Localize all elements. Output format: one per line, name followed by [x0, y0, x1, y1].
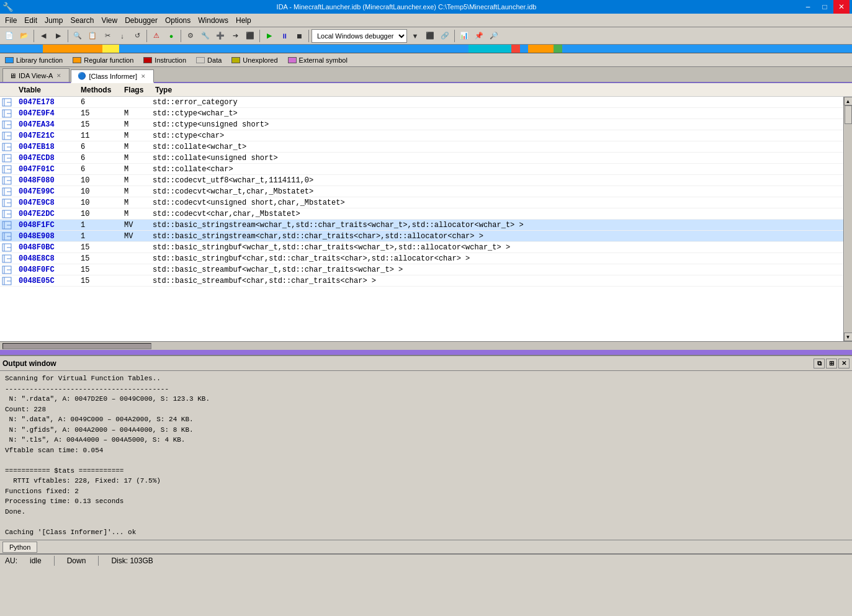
table-row[interactable]: 0047E99C10Mstd::codecvt<wchar_t,char,_Mb… [0, 186, 843, 197]
table-row[interactable]: 0047E9C810Mstd::codecvt<unsigned short,c… [0, 197, 843, 208]
legend-data: Data [196, 56, 222, 64]
row-flags: M [119, 187, 150, 196]
row-flags: M [119, 143, 150, 151]
row-icon [0, 199, 14, 207]
class-informer-tab-close[interactable]: ✕ [140, 73, 147, 80]
tb8[interactable]: ⚠ [150, 29, 163, 43]
row-flags: M [119, 165, 150, 174]
menu-help[interactable]: Help [232, 15, 255, 26]
minimize-button[interactable]: – [800, 0, 816, 14]
tb5[interactable]: ✂ [101, 29, 114, 43]
table-row[interactable]: 0048F1FC1MVstd::basic_stringstream<wchar… [0, 220, 843, 231]
table-row[interactable]: 0047ECD86Mstd::collate<unsigned short> [0, 153, 843, 164]
menu-windows[interactable]: Windows [194, 15, 232, 26]
legend-regular-label: Regular function [84, 56, 133, 64]
scroll-down-arrow[interactable]: ▼ [844, 333, 853, 341]
menu-view[interactable]: View [97, 15, 121, 26]
tb13[interactable]: ➔ [228, 29, 242, 43]
row-flags: M [119, 199, 150, 207]
new-button[interactable]: 📄 [2, 29, 16, 43]
main-area: Vtable Methods Flags Type 0047E1786std::… [0, 83, 852, 350]
scroll-up-arrow[interactable]: ▲ [844, 97, 853, 105]
tb6[interactable]: ↓ [115, 29, 129, 43]
play-button[interactable]: ▶ [262, 29, 276, 43]
python-button[interactable]: Python [2, 542, 37, 553]
maximize-button[interactable]: □ [817, 0, 833, 14]
table-row[interactable]: 0047F01C6Mstd::collate<char> [0, 164, 843, 175]
row-icon [0, 109, 14, 118]
row-vtable: 0047F01C [14, 165, 76, 174]
table-row[interactable]: 0048E05C15std::basic_streambuf<char,std:… [0, 275, 843, 287]
row-methods: 10 [76, 210, 119, 218]
menu-file[interactable]: File [1, 15, 20, 26]
table-row[interactable]: 0047E9F415Mstd::ctype<wchar_t> [0, 108, 843, 119]
tb14[interactable]: ⬛ [243, 29, 257, 43]
menu-edit[interactable]: Edit [20, 15, 41, 26]
table-row[interactable]: 0047EA3415Mstd::ctype<unsigned short> [0, 119, 843, 130]
menu-jump[interactable]: Jump [41, 15, 66, 26]
ida-view-tab[interactable]: 🖥 IDA View-A ✕ [2, 68, 70, 82]
menu-options[interactable]: Options [161, 15, 194, 26]
output-detach-button[interactable]: ⊞ [826, 359, 837, 368]
dbg-btn2[interactable]: ⬛ [423, 29, 437, 43]
row-type: std::basic_stringbuf<char,std::char_trai… [150, 254, 843, 263]
dbg-btn1[interactable]: ▼ [408, 29, 422, 43]
row-vtable: 0047E99C [14, 187, 76, 196]
scroll-track[interactable] [845, 105, 852, 333]
tb9[interactable]: ● [164, 29, 178, 43]
data-table[interactable]: 0047E1786std::error_category0047E9F415Ms… [0, 97, 843, 341]
dbg-btn5[interactable]: 📌 [472, 29, 486, 43]
row-methods: 6 [76, 143, 119, 151]
scroll-thumb[interactable] [845, 105, 852, 124]
legend-library-box [5, 57, 14, 63]
table-row[interactable]: 0047E2DC10Mstd::codecvt<char,char,_Mbsta… [0, 208, 843, 220]
h-scrollbar[interactable] [2, 343, 151, 349]
stop-button[interactable]: ⏹ [292, 29, 306, 43]
forward-button[interactable]: ▶ [52, 29, 65, 43]
dbg-btn3[interactable]: 🔗 [438, 29, 452, 43]
tb3[interactable]: 🔍 [71, 29, 84, 43]
tb7[interactable]: ↺ [130, 29, 144, 43]
table-row[interactable]: 0048F08010Mstd::codecvt_utf8<wchar_t,111… [0, 175, 843, 186]
output-title: Output window [2, 359, 56, 368]
methods-col-header: Methods [76, 84, 119, 96]
au-status: idle [30, 556, 42, 565]
output-close-button[interactable]: ✕ [838, 359, 850, 368]
legend-bar: Library function Regular function Instru… [0, 53, 852, 67]
tb10[interactable]: ⚙ [184, 29, 197, 43]
dbg-btn4[interactable]: 📊 [457, 29, 471, 43]
menu-debugger[interactable]: Debugger [121, 15, 161, 26]
right-scrollbar[interactable]: ▲ ▼ [843, 97, 852, 341]
table-row[interactable]: 0047EB186Mstd::collate<wchar_t> [0, 141, 843, 153]
tb4[interactable]: 📋 [86, 29, 99, 43]
table-row[interactable]: 0047E1786std::error_category [0, 97, 843, 108]
table-row[interactable]: 0048F0FC15std::basic_streambuf<wchar_t,s… [0, 264, 843, 275]
row-icon [0, 187, 14, 196]
ida-view-tab-close[interactable]: ✕ [55, 72, 63, 79]
table-row[interactable]: 0048F0BC15std::basic_stringbuf<wchar_t,s… [0, 242, 843, 253]
output-header: Output window ⧉ ⊞ ✕ [0, 356, 852, 371]
row-methods: 15 [76, 266, 119, 274]
tb11[interactable]: 🔧 [199, 29, 212, 43]
legend-instruction-box [143, 57, 152, 63]
table-row[interactable]: 0048E9081MVstd::basic_stringstream<char,… [0, 231, 843, 242]
row-type: std::codecvt<char,char,_Mbstatet> [150, 210, 843, 218]
sep5 [259, 30, 260, 42]
tb12[interactable]: ➕ [213, 29, 227, 43]
table-row[interactable]: 0048E8C815std::basic_stringbuf<char,std:… [0, 253, 843, 264]
class-informer-tab[interactable]: 🔵 [Class Informer] ✕ [71, 69, 154, 83]
dbg-btn6[interactable]: 🔎 [487, 29, 501, 43]
menu-search[interactable]: Search [66, 15, 97, 26]
toolbar1: 📄 📂 ◀ ▶ 🔍 📋 ✂ ↓ ↺ ⚠ ● ⚙ 🔧 ➕ ➔ ⬛ ▶ ⏸ ⏹ Lo… [0, 27, 852, 45]
back-button[interactable]: ◀ [37, 29, 50, 43]
debugger-dropdown[interactable]: Local Windows debugger [312, 29, 407, 43]
table-row[interactable]: 0047E21C11Mstd::ctype<char> [0, 130, 843, 141]
output-restore-button[interactable]: ⧉ [814, 359, 825, 368]
close-button[interactable]: ✕ [833, 0, 850, 14]
resize-handle[interactable] [0, 350, 852, 355]
open-button[interactable]: 📂 [17, 29, 31, 43]
row-vtable: 0047ECD8 [14, 154, 76, 163]
row-vtable: 0048F0BC [14, 243, 76, 252]
status-bar: AU: idle Down Disk: 103GB [0, 553, 852, 567]
pause-button[interactable]: ⏸ [277, 29, 291, 43]
